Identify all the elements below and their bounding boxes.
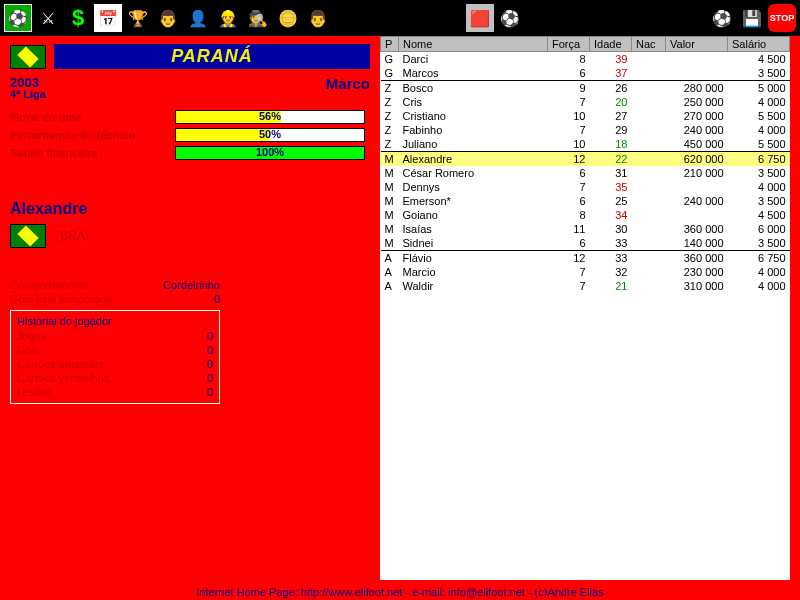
table-row[interactable]: ZJuliano1018450 0005 500 [381,137,790,152]
player-flag-icon [10,224,46,248]
player-nat: (BRA) [56,229,89,243]
trophy-icon[interactable]: 🏆 [124,4,152,32]
cards-ball-icon[interactable]: ⚽ [496,4,524,32]
league-name: 4ª Liga [10,88,46,100]
table-row[interactable]: ZBosco926280 0005 000 [381,81,790,96]
fin-bar: 100% [175,146,365,160]
worker-icon[interactable]: 👷 [214,4,242,32]
history-box: Historial do jogador Jogos0Gols0Cartões … [10,310,220,404]
col-nac[interactable]: Nac [632,37,666,52]
tactics-icon[interactable]: ⚔ [34,4,62,32]
table-row[interactable]: ZFabinho729240 0004 000 [381,123,790,137]
pharaoh-icon[interactable]: 👤 [184,4,212,32]
table-row[interactable]: MIsaías1130360 0006 000 [381,222,790,236]
perf-label: Performance do técnico [10,129,175,141]
team-flag-icon [10,45,46,69]
col-salario[interactable]: Salário [728,37,790,52]
team-name: PARANÁ [54,44,370,69]
table-row[interactable]: GDarci8394 500 [381,52,790,67]
col-nome[interactable]: Nome [399,37,548,52]
table-row[interactable]: MAlexandre1222620 0006 750 [381,152,790,167]
table-row[interactable]: MCésar Romero631210 0003 500 [381,166,790,180]
footer: Internet Home Page: http://www.elifoot.n… [0,586,800,598]
perf-bar: 50% [175,128,365,142]
red-card-icon[interactable]: 🟥 [466,4,494,32]
manager-icon[interactable]: 👨 [154,4,182,32]
morale-label: Moral do time [10,111,175,123]
roster-panel: P Nome Força Idade Nac Valor Salário GDa… [380,36,790,580]
spy-icon[interactable]: 🕵 [244,4,272,32]
table-row[interactable]: MEmerson*625240 0003 500 [381,194,790,208]
fin-label: Saúde financeira [10,147,175,159]
table-row[interactable]: GMarcos6373 500 [381,66,790,81]
coach-icon[interactable]: 👨 [304,4,332,32]
toolbar: ⚽ ⚔ $ 📅 🏆 👨 👤 👷 🕵 🪙 👨 🟥 ⚽ ⚽ 💾 STOP [0,0,800,36]
table-row[interactable]: MSidnei633140 0003 500 [381,236,790,251]
col-valor[interactable]: Valor [666,37,728,52]
table-row[interactable]: AWaldir721310 0004 000 [381,279,790,293]
table-row[interactable]: AMarcio732230 0004 000 [381,265,790,279]
player-name: Alexandre [10,200,370,218]
money-icon[interactable]: $ [64,4,92,32]
table-row[interactable]: AFlávio1233360 0006 750 [381,251,790,266]
col-forca[interactable]: Força [548,37,590,52]
coins-icon[interactable]: 🪙 [274,4,302,32]
table-row[interactable]: MDennys7354 000 [381,180,790,194]
coach-name: Marco [326,75,370,100]
ball2-icon[interactable]: ⚽ [708,4,736,32]
col-p[interactable]: P [381,37,399,52]
save-icon[interactable]: 💾 [738,4,766,32]
stop-icon[interactable]: STOP [768,4,796,32]
table-row[interactable]: ZCris720250 0004 000 [381,95,790,109]
calendar-icon[interactable]: 📅 [94,4,122,32]
field-icon[interactable]: ⚽ [4,4,32,32]
team-panel: PARANÁ 2003 4ª Liga Marco Moral do time … [0,36,380,580]
morale-bar: 56% [175,110,365,124]
table-row[interactable]: ZCristiano1027270 0005 500 [381,109,790,123]
col-idade[interactable]: Idade [590,37,632,52]
table-row[interactable]: MGoiano8344 500 [381,208,790,222]
meters: Moral do time 56% Performance do técnico… [10,110,370,160]
roster-table[interactable]: P Nome Força Idade Nac Valor Salário GDa… [380,36,790,293]
